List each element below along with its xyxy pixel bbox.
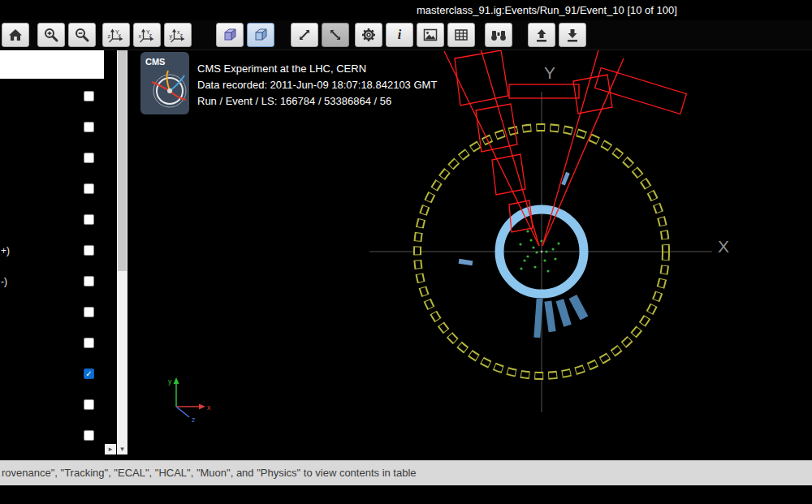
view-xy-button[interactable]: Y x z (102, 23, 130, 47)
x-axis-label: X (718, 237, 729, 256)
download-icon (564, 28, 581, 42)
info-button[interactable]: i (386, 23, 413, 47)
svg-text:z: z (149, 32, 153, 38)
tree-checkbox[interactable] (84, 122, 94, 132)
event-display-viewport[interactable]: Y X (127, 50, 812, 459)
tree-checkbox[interactable] (84, 338, 94, 348)
tree-row (0, 307, 106, 320)
svg-text:z: z (108, 33, 111, 39)
binoculars-icon (490, 28, 508, 42)
export-image-button[interactable] (417, 23, 444, 47)
table-icon (453, 28, 469, 42)
run-event-ls-line: Run / Event / LS: 166784 / 53386864 / 56 (197, 93, 437, 110)
scroll-right-arrow[interactable]: ▸ (105, 444, 116, 454)
y-axis-label: Y (544, 63, 555, 82)
event-info-overlay: CMS Experiment at the LHC, CERN Data rec… (197, 61, 437, 110)
experiment-line: CMS Experiment at the LHC, CERN (197, 61, 437, 77)
gizmo-z-label: z (192, 416, 196, 424)
shrink-arrows-icon (327, 27, 343, 43)
tree-checkbox[interactable] (84, 91, 94, 101)
coordinate-axes: Y X (369, 63, 729, 412)
tree-checkbox[interactable] (84, 276, 94, 286)
data-recorded-line: Data recorded: 2011-Jun-09 18:07:18.8421… (197, 77, 437, 93)
zoom-out-button[interactable] (68, 23, 96, 47)
scroll-down-arrow[interactable]: ▾ (117, 444, 127, 454)
expand-arrows-icon (296, 27, 313, 43)
info-icon: i (398, 28, 401, 42)
object-tree-panel: +) -) ✓ (0, 50, 117, 459)
enlarge-button[interactable] (291, 23, 318, 47)
svg-text:y: y (170, 33, 173, 40)
orthographic-view-button[interactable] (247, 23, 274, 47)
tree-checkbox[interactable] (84, 245, 94, 256)
axis-xy-icon: Y x z (107, 27, 125, 43)
vertex-marker (541, 251, 543, 253)
home-icon (7, 28, 24, 42)
download-button[interactable] (559, 23, 586, 47)
axis-xz-icon: x z y (169, 27, 187, 43)
axis-gizmo: y x z (168, 377, 211, 424)
tree-row: +) (0, 245, 106, 258)
tree-checkbox[interactable] (84, 307, 94, 317)
toolbar: Y x z Y z x x z y (0, 20, 812, 50)
search-button[interactable] (485, 23, 512, 47)
gizmo-x-label: x (207, 403, 211, 411)
tree-row (0, 183, 106, 196)
upload-icon (533, 28, 550, 42)
view-yz-button[interactable]: Y z x (133, 23, 161, 47)
svg-text:z: z (180, 32, 184, 38)
table-button[interactable] (447, 23, 475, 47)
tree-row (0, 399, 106, 412)
tree-row (0, 338, 106, 351)
tree-checkbox[interactable] (84, 430, 94, 441)
tree-header (0, 50, 104, 79)
tree-row (0, 153, 106, 166)
svg-text:x: x (139, 33, 142, 39)
tree-row (0, 122, 106, 135)
tree-checkbox[interactable] (84, 399, 94, 410)
perspective-cube-icon (222, 28, 238, 42)
zoom-in-icon (43, 27, 59, 43)
tree-row: -) (0, 276, 106, 289)
window-title: masterclass_91.ig:Events/Run_91/Event_10… (417, 4, 677, 16)
tree-checkbox-checked[interactable]: ✓ (84, 368, 94, 379)
settings-button[interactable] (355, 23, 382, 47)
svg-text:CMS: CMS (145, 57, 165, 67)
perspective-view-button[interactable] (216, 23, 244, 47)
status-text: rovenance", "Tracking", "ECAL", "HCAL", … (2, 467, 417, 479)
zoom-in-button[interactable] (37, 23, 65, 47)
scrollbar-thumb[interactable] (118, 50, 127, 271)
status-bar: rovenance", "Tracking", "ECAL", "HCAL", … (0, 460, 812, 485)
sidebar-vertical-scrollbar[interactable]: ▾ (117, 50, 127, 454)
tree-checkbox[interactable] (84, 183, 94, 194)
zoom-out-icon (74, 27, 90, 43)
tree-row (0, 430, 106, 443)
tree-row (0, 214, 106, 227)
orthographic-cube-icon (253, 28, 269, 42)
upload-button[interactable] (528, 23, 555, 47)
tree-checkbox[interactable] (84, 214, 94, 225)
gizmo-y-label: y (168, 377, 172, 386)
cms-logo: CMS (140, 52, 189, 114)
image-icon (422, 28, 438, 42)
shrink-button[interactable] (322, 23, 349, 47)
svg-text:x: x (119, 32, 122, 38)
gear-icon (361, 27, 377, 43)
title-bar: masterclass_91.ig:Events/Run_91/Event_10… (0, 0, 812, 20)
hcal-deposits (459, 172, 589, 338)
tree-row (0, 91, 106, 104)
tree-row: ✓ (0, 368, 106, 381)
axis-yz-icon: Y z x (138, 27, 156, 43)
home-button[interactable] (2, 23, 29, 47)
view-xz-button[interactable]: x z y (164, 23, 192, 47)
tree-checkbox[interactable] (84, 153, 94, 163)
